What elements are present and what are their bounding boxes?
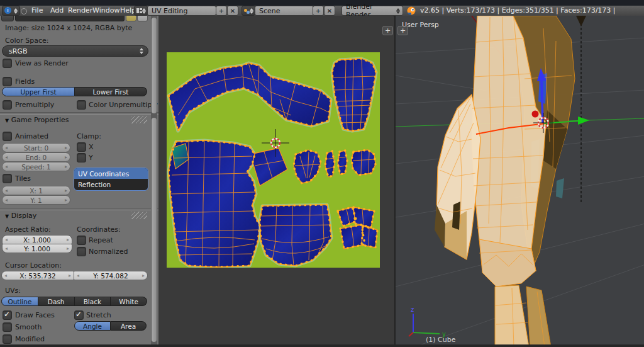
uv-properties-expand-button[interactable]: + <box>382 26 393 35</box>
triangle-down-icon: ▼ <box>5 118 9 123</box>
menu-add[interactable]: Add <box>50 6 64 14</box>
add-scene-button[interactable]: + <box>313 6 324 16</box>
viewport-canvas[interactable]: z y <box>396 16 644 347</box>
screen-layout-icon-button[interactable] <box>134 6 148 16</box>
start-field[interactable]: Start: 0 <box>2 143 70 152</box>
panel-drag-grip[interactable] <box>131 212 147 219</box>
display-title: Display <box>11 212 37 220</box>
clamp-x-checkbox[interactable] <box>77 142 86 152</box>
aspect-y-field[interactable]: Y: 1.000 <box>2 244 72 253</box>
color-unpremultiply-label: Color Unpremultiply <box>89 101 158 109</box>
stretch-type-toggle: Angle Area <box>74 321 147 331</box>
draw-faces-checkbox[interactable] <box>3 310 12 320</box>
reflection-option[interactable]: Reflection <box>74 179 148 190</box>
normalized-label: Normalized <box>89 247 128 256</box>
area-button[interactable]: Area <box>111 321 147 331</box>
uv-image-canvas[interactable] <box>167 52 380 268</box>
dropdown-down-arrow-icon <box>140 52 143 54</box>
delete-scene-button[interactable]: ✕ <box>324 6 335 16</box>
dropdown-down-arrow-icon <box>142 11 146 14</box>
end-field[interactable]: End: 0 <box>2 152 70 162</box>
y-arrow-icon[interactable] <box>578 117 589 125</box>
tiles-y-field[interactable]: Y: 1 <box>2 195 70 205</box>
image-properties-panel: Image: size 1024 x 1024, RGBA byte Color… <box>0 16 158 344</box>
panel-drag-grip[interactable] <box>131 116 147 123</box>
screen-layout-field[interactable]: UV Editing <box>147 6 216 16</box>
uvs-label: UVs: <box>5 287 21 295</box>
normalized-checkbox[interactable] <box>77 247 86 256</box>
uv-outline-button[interactable]: Outline <box>1 297 38 306</box>
tiles-x-field[interactable]: X: 1 <box>2 186 70 195</box>
delete-layout-button[interactable]: ✕ <box>227 6 238 16</box>
menu-window[interactable]: Window <box>92 6 119 14</box>
info-icon: i <box>4 7 11 14</box>
cursor-y-field[interactable]: Y: 574.082 <box>74 271 148 280</box>
cursor-location-label: Cursor Location: <box>5 261 62 270</box>
game-properties-title: Game Properties <box>11 116 69 124</box>
view-as-render-checkbox[interactable] <box>3 59 12 68</box>
premultiply-checkbox[interactable] <box>3 100 12 110</box>
upper-first-button[interactable]: Upper First <box>2 87 75 96</box>
smooth-checkbox[interactable] <box>3 322 12 332</box>
x-arrow-icon[interactable] <box>532 111 539 118</box>
tiles-checkbox[interactable] <box>3 174 12 183</box>
scene-field[interactable]: Scene <box>255 6 314 16</box>
menu-render[interactable]: Render <box>68 6 92 14</box>
uv-coordinates-option[interactable]: UV Coordinates <box>74 168 148 179</box>
clamp-y-checkbox[interactable] <box>77 153 86 162</box>
viewport-properties-expand-button[interactable]: + <box>397 26 408 35</box>
view-as-render-label: View as Render <box>15 59 69 67</box>
menu-file[interactable]: File <box>31 6 43 14</box>
tiles-label: Tiles <box>15 174 31 183</box>
panel-scrollbar[interactable] <box>151 16 157 344</box>
scene-icon-button[interactable] <box>242 6 255 16</box>
display-header[interactable]: ▼ Display <box>5 212 36 220</box>
uv-image-editor[interactable]: + <box>158 16 393 347</box>
repeat-checkbox[interactable] <box>77 236 86 245</box>
repeat-label: Repeat <box>89 236 113 244</box>
add-layout-button[interactable]: + <box>216 6 227 16</box>
window-top-strip <box>0 0 644 6</box>
axis-z-label: z <box>411 306 414 313</box>
scene-name: Scene <box>259 7 280 15</box>
image-icon[interactable] <box>1 16 14 21</box>
dropdown-up-arrow-icon <box>140 48 143 50</box>
uv-black-button[interactable]: Black <box>75 297 111 306</box>
collapse-menus-icon[interactable] <box>21 8 27 14</box>
editor-type-info-button[interactable]: i <box>2 6 20 16</box>
3d-viewport[interactable]: z y User Persp (1) Cube + <box>394 16 644 347</box>
fields-label: Fields <box>15 77 35 86</box>
fields-checkbox[interactable] <box>3 77 12 86</box>
animated-checkbox[interactable] <box>3 132 12 141</box>
mapping-listbox: UV Coordinates Reflection <box>74 168 148 190</box>
pack-image-button[interactable] <box>126 16 136 21</box>
modified-checkbox[interactable] <box>3 334 12 344</box>
coordinates-label: Coordinates: <box>77 225 121 234</box>
bone-dashed-line <box>576 16 586 203</box>
uv-island-cluster[interactable] <box>338 207 377 249</box>
color-unpremultiply-checkbox[interactable] <box>77 100 86 110</box>
render-engine-select[interactable]: Blender Render <box>341 6 403 16</box>
triangle-down-icon: ▼ <box>5 213 9 219</box>
clamp-y-label: Y <box>89 154 93 162</box>
lower-first-button[interactable]: Lower First <box>75 87 147 96</box>
smooth-label: Smooth <box>15 323 42 331</box>
clamp-x-label: X <box>89 143 94 151</box>
color-space-select[interactable]: sRGB <box>2 45 148 57</box>
uv-dash-button[interactable]: Dash <box>38 297 75 306</box>
angle-button[interactable]: Angle <box>74 321 111 331</box>
cursor-x-field[interactable]: X: 535.732 <box>1 271 74 280</box>
scrollbar-thumb[interactable] <box>152 18 157 113</box>
uv-white-button[interactable]: White <box>111 297 147 306</box>
draw-faces-label: Draw Faces <box>15 311 55 319</box>
scrollbar-thumb[interactable] <box>152 118 157 342</box>
speed-field[interactable]: Speed: 1 <box>2 162 70 171</box>
unlink-image-button[interactable] <box>137 16 148 21</box>
dropdown-up-arrow-icon <box>396 8 400 11</box>
image-info-text: Image: size 1024 x 1024, RGBA byte <box>5 24 132 32</box>
image-datablock-field[interactable] <box>15 16 125 21</box>
dropdown-down-arrow-icon <box>14 11 18 14</box>
aspect-x-field[interactable]: X: 1.000 <box>2 235 72 244</box>
game-properties-header[interactable]: ▼ Game Properties <box>5 116 69 124</box>
stretch-checkbox[interactable] <box>74 310 84 320</box>
